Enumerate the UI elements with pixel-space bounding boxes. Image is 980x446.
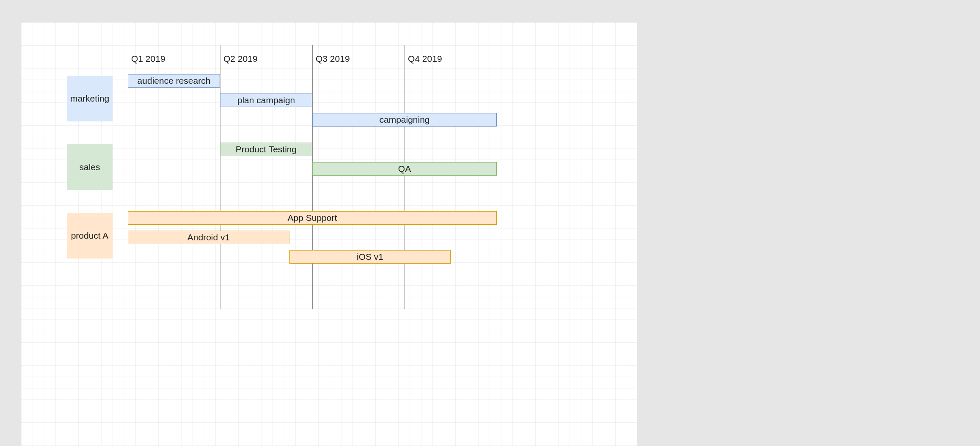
gantt-bar-label: plan campaign: [237, 95, 295, 105]
quarter-label: Q2 2019: [223, 54, 258, 64]
gantt-bar[interactable]: Android v1: [128, 231, 289, 244]
quarter-divider: [405, 45, 405, 309]
gantt-bar[interactable]: audience research: [128, 74, 220, 88]
gantt-bar[interactable]: Product Testing: [220, 143, 312, 156]
gantt-bar[interactable]: App Support: [128, 211, 497, 225]
quarter-label: Q3 2019: [316, 54, 350, 64]
gantt-bar-label: App Support: [288, 213, 337, 223]
gantt-bar-label: audience research: [138, 76, 211, 86]
quarter-label: Q4 2019: [408, 54, 442, 64]
gantt-bar-label: Product Testing: [236, 144, 297, 154]
group-box[interactable]: product A: [67, 213, 113, 259]
group-label: marketing: [70, 94, 109, 104]
quarter-divider: [220, 45, 220, 309]
gantt-bar-label: campaigning: [379, 115, 429, 125]
group-box[interactable]: marketing: [67, 76, 113, 121]
group-box[interactable]: sales: [67, 144, 113, 190]
gantt-canvas[interactable]: Q1 2019Q2 2019Q3 2019Q4 2019marketingsal…: [21, 22, 637, 446]
gantt-bar-label: QA: [398, 164, 411, 174]
gantt-bar[interactable]: campaigning: [312, 113, 497, 127]
gantt-bar[interactable]: iOS v1: [289, 250, 451, 264]
gantt-bar[interactable]: QA: [312, 162, 497, 176]
group-label: product A: [71, 231, 109, 241]
quarter-divider: [312, 45, 313, 309]
quarter-label: Q1 2019: [131, 54, 165, 64]
group-label: sales: [79, 162, 100, 172]
gantt-bar-label: iOS v1: [357, 252, 383, 262]
gantt-bar-label: Android v1: [187, 232, 230, 242]
gantt-bar[interactable]: plan campaign: [220, 94, 312, 107]
